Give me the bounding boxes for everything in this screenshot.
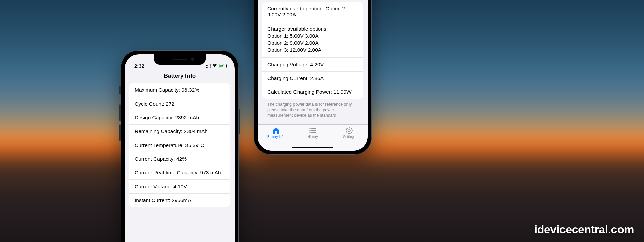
row-charger-options[interactable]: Charger available options: Option 1: 5.0… xyxy=(262,22,363,58)
row-current-voltage[interactable]: Current Voltage: 4.10V xyxy=(129,180,230,194)
svg-rect-3 xyxy=(311,130,316,131)
volume-down-button xyxy=(119,124,121,141)
charging-footnote: The charging power data is for reference… xyxy=(262,99,363,123)
charging-info-card: Currently used opention: Option 2: 9.00V… xyxy=(262,2,363,99)
tab-bar: Battery Info History Settings xyxy=(258,124,368,151)
row-remaining-capacity[interactable]: Remaining Capacity: 2304 mAh xyxy=(129,125,230,138)
row-cycle-count[interactable]: Cycle Count: 272 xyxy=(129,97,230,111)
row-design-capacity[interactable]: Design Capacity: 2392 mAh xyxy=(129,111,230,125)
phone-mockup-right: Currently used opention: Option 2: 9.00V… xyxy=(254,0,372,155)
svg-rect-5 xyxy=(311,132,316,133)
volume-up-button xyxy=(119,104,121,121)
svg-point-0 xyxy=(309,128,310,129)
svg-rect-1 xyxy=(311,128,316,129)
row-instant-current[interactable]: Instant Current: 2956mA xyxy=(129,194,230,207)
mute-switch xyxy=(119,86,121,94)
row-used-option[interactable]: Currently used opention: Option 2: 9.00V… xyxy=(262,2,363,22)
wifi-icon xyxy=(212,63,217,69)
watermark: idevicecentral.com xyxy=(534,223,634,236)
tab-history[interactable]: History xyxy=(298,127,328,139)
status-time: 2:32 xyxy=(134,63,144,69)
home-icon xyxy=(272,127,280,135)
tab-label: Settings xyxy=(343,135,355,139)
battery-charging-icon: ⚡︎ xyxy=(219,64,227,68)
row-charging-current[interactable]: Charging Current: 2.86A xyxy=(262,72,363,85)
cellular-icon: ::!! xyxy=(206,63,211,69)
notch xyxy=(154,54,206,65)
row-charging-voltage[interactable]: Charging Voltage: 4.20V xyxy=(262,58,363,72)
list-icon xyxy=(308,127,317,135)
svg-point-4 xyxy=(309,132,310,133)
battery-info-card: Maximum Capacity: 96.32% Cycle Count: 27… xyxy=(129,83,230,207)
tab-label: Battery Info xyxy=(267,135,284,139)
home-indicator[interactable] xyxy=(292,147,333,148)
row-current-temperature[interactable]: Current Temperature: 35.39°C xyxy=(129,138,230,152)
gear-icon xyxy=(345,127,354,135)
page-title: Battery Info xyxy=(125,69,235,83)
tab-label: History xyxy=(307,135,318,139)
row-realtime-capacity[interactable]: Current Real-time Capacity: 973 mAh xyxy=(129,166,230,180)
tab-settings[interactable]: Settings xyxy=(334,127,364,139)
svg-point-2 xyxy=(309,130,310,131)
row-max-capacity[interactable]: Maximum Capacity: 96.32% xyxy=(129,83,230,97)
tab-battery-info[interactable]: Battery Info xyxy=(261,127,291,139)
svg-point-7 xyxy=(348,130,350,132)
power-button xyxy=(239,109,240,134)
row-charging-power[interactable]: Calculated Charging Power: 11.99W xyxy=(262,85,363,99)
row-current-capacity[interactable]: Current Capacity: 42% xyxy=(129,152,230,166)
phone-mockup-left: 2:32 ::!! ⚡︎ Battery Info Maximum Capaci… xyxy=(121,50,239,242)
